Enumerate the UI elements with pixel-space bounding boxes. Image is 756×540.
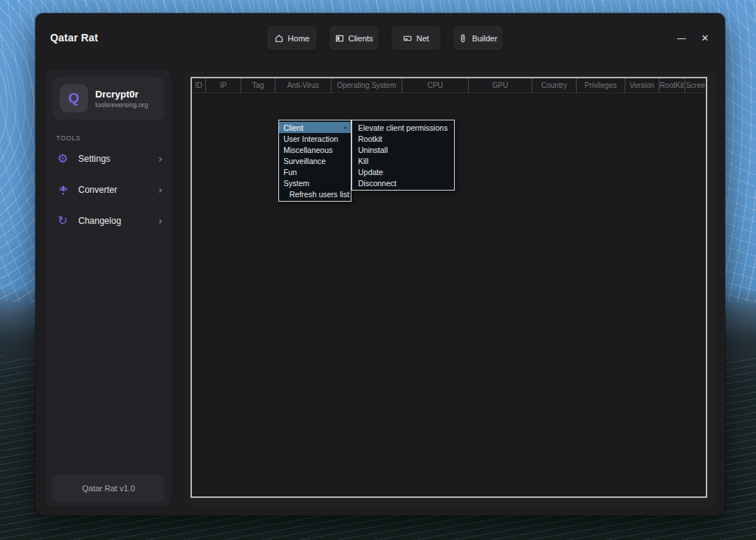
profile-info: Drcrypt0r toolsreversing.org — [95, 89, 148, 109]
net-icon — [403, 34, 412, 43]
nav-clients-button[interactable]: Clients — [329, 26, 379, 50]
chevron-right-icon: › — [158, 215, 162, 227]
column-header-antivirus[interactable]: Anti-Virus — [275, 78, 331, 93]
tools-section-label: TOOLS — [56, 134, 171, 142]
sidebar-item-converter-label: Converter — [78, 185, 149, 195]
column-header-os[interactable]: Operating System — [331, 78, 402, 93]
nav-home-button[interactable]: Home — [267, 26, 317, 50]
nav-builder-button[interactable]: Builder — [453, 26, 503, 50]
menu-item-client[interactable]: Client ▸ — [279, 122, 351, 133]
nav-builder-label: Builder — [472, 34, 497, 43]
waveform-icon — [56, 185, 69, 196]
gear-icon: ⚙ — [56, 153, 69, 165]
titlebar: Qatar Rat Home Clients — [35, 13, 725, 62]
chevron-right-icon: › — [158, 153, 162, 165]
submenu-item-kill[interactable]: Kill — [352, 155, 454, 166]
clients-icon — [335, 34, 344, 43]
sidebar: Q Drcrypt0r toolsreversing.org TOOLS ⚙ S… — [46, 70, 171, 506]
menu-item-system[interactable]: System — [279, 177, 351, 188]
submenu-item-elevate-client-permissions[interactable]: Elevate client permissions — [352, 122, 454, 133]
menu-item-fun[interactable]: Fun — [279, 166, 351, 177]
nav-net-label: Net — [416, 34, 429, 43]
version-footer: Qatar Rat v1.0 — [52, 475, 165, 502]
builder-icon — [458, 34, 467, 43]
chevron-right-icon: › — [158, 184, 162, 196]
sidebar-item-settings-label: Settings — [78, 154, 149, 164]
app-title: Qatar Rat — [50, 32, 98, 44]
close-button[interactable]: ✕ — [695, 28, 715, 47]
menu-item-client-label: Client — [284, 123, 303, 132]
column-header-tag[interactable]: Tag — [241, 78, 275, 93]
desktop-background: Qatar Rat Home Clients — [0, 0, 756, 540]
nav-clients-label: Clients — [348, 34, 374, 43]
sidebar-item-changelog[interactable]: ↻ Changelog › — [46, 205, 171, 236]
avatar: Q — [60, 84, 88, 112]
column-header-ip[interactable]: IP — [206, 78, 241, 93]
nav-net-button[interactable]: Net — [391, 26, 441, 50]
profile-subtitle: toolsreversing.org — [95, 101, 148, 109]
column-header-id[interactable]: ID — [192, 78, 206, 93]
client-submenu: Elevate client permissions Rootkit Unins… — [351, 120, 455, 191]
column-header-rootkit[interactable]: RootKit — [659, 78, 685, 93]
submenu-item-rootkit[interactable]: Rootkit — [352, 133, 454, 144]
column-header-cpu[interactable]: CPU — [402, 78, 469, 93]
nav-home-label: Home — [288, 34, 309, 43]
column-header-screen[interactable]: Scree — [685, 78, 706, 93]
profile-username: Drcrypt0r — [95, 89, 148, 100]
column-header-privileges[interactable]: Privileges — [577, 78, 625, 93]
menu-item-surveillance[interactable]: Surveillance — [279, 155, 351, 166]
menu-item-refresh-users-list[interactable]: Refresh users list — [279, 188, 351, 199]
submenu-item-update[interactable]: Update — [352, 166, 454, 177]
column-header-country[interactable]: Country — [532, 78, 577, 93]
column-header-gpu[interactable]: GPU — [469, 78, 532, 93]
top-nav: Home Clients Net — [267, 26, 503, 50]
home-icon — [275, 34, 284, 43]
sidebar-item-changelog-label: Changelog — [78, 216, 149, 226]
table-header-row: ID IP Tag Anti-Virus Operating System CP… — [192, 78, 706, 93]
profile-card[interactable]: Q Drcrypt0r toolsreversing.org — [52, 77, 165, 120]
menu-item-user-interaction[interactable]: User Interaction — [279, 133, 351, 144]
submenu-arrow-icon: ▸ — [344, 124, 347, 131]
minimize-button[interactable]: — — [672, 28, 691, 47]
window-controls: — ✕ — [672, 13, 715, 62]
column-header-version[interactable]: Version — [625, 78, 659, 93]
context-menu: Client ▸ User Interaction Miscellaneous … — [278, 120, 351, 202]
submenu-item-disconnect[interactable]: Disconnect — [352, 177, 454, 188]
history-icon: ↻ — [56, 215, 69, 227]
sidebar-item-converter[interactable]: Converter › — [46, 174, 171, 205]
submenu-item-uninstall[interactable]: Uninstall — [352, 144, 454, 155]
sidebar-item-settings[interactable]: ⚙ Settings › — [46, 143, 171, 174]
app-window: Qatar Rat Home Clients — [35, 13, 725, 516]
menu-item-miscellaneous[interactable]: Miscellaneous — [279, 144, 351, 155]
